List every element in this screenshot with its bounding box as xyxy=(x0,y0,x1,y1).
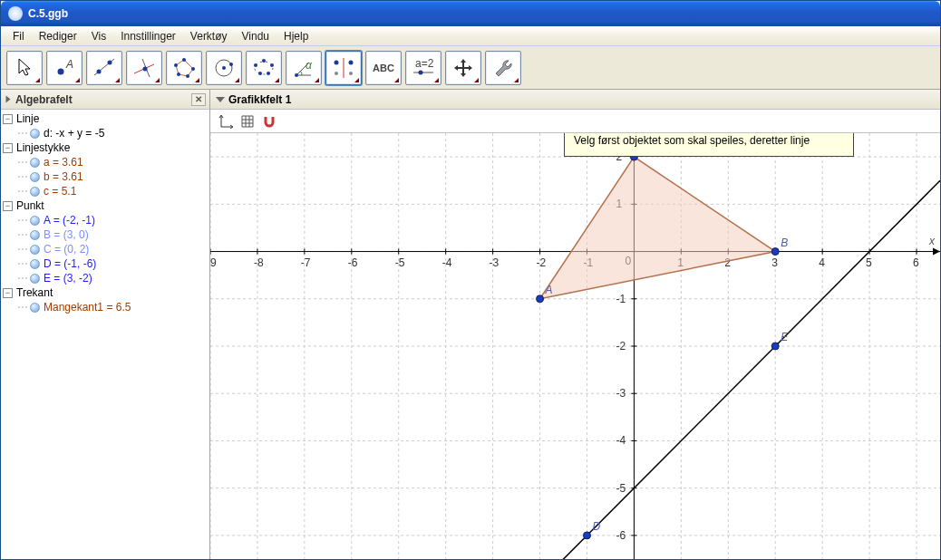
object-ball-icon[interactable] xyxy=(30,230,40,240)
plot-area[interactable]: Speil objekt om linje Velg først objekte… xyxy=(210,133,940,559)
svg-line-109 xyxy=(210,180,940,559)
point-icon: A xyxy=(53,57,75,79)
item-point-A[interactable]: A = (-2, -1) xyxy=(44,214,95,227)
tool-polygon[interactable] xyxy=(166,51,202,85)
tool-reflect[interactable] xyxy=(325,51,362,85)
dropdown-icon xyxy=(216,97,225,102)
tooltip-body: Velg først objektet som skal speiles, de… xyxy=(574,134,810,147)
group-point[interactable]: Punkt xyxy=(16,199,44,212)
svg-point-7 xyxy=(143,66,148,71)
circle-icon xyxy=(211,55,237,81)
object-ball-icon[interactable] xyxy=(30,187,40,197)
item-point-E[interactable]: E = (3, -2) xyxy=(44,272,92,285)
svg-point-117 xyxy=(583,532,590,539)
menu-hjelp[interactable]: Hjelp xyxy=(277,28,315,44)
menu-vis[interactable]: Vis xyxy=(85,28,112,44)
expand-icon[interactable]: − xyxy=(3,288,13,298)
group-triangle[interactable]: Trekant xyxy=(16,286,53,299)
move-view-icon xyxy=(452,57,474,79)
group-segment[interactable]: Linjestykke xyxy=(16,141,70,154)
close-pane-button[interactable]: ✕ xyxy=(191,93,206,106)
slider-icon: a=2 xyxy=(410,58,437,78)
object-ball-icon[interactable] xyxy=(30,303,40,313)
grid-icon xyxy=(240,114,255,129)
svg-point-20 xyxy=(258,72,262,75)
tool-custom[interactable] xyxy=(485,51,521,85)
item-segment-b[interactable]: b = 3.61 xyxy=(44,170,83,183)
svg-text:-5: -5 xyxy=(395,256,405,269)
svg-point-10 xyxy=(191,67,195,71)
menu-vindu[interactable]: Vindu xyxy=(236,28,276,44)
plot-canvas[interactable]: xy-9-8-7-6-5-4-3-2-10123456-6-5-4-3-2-11… xyxy=(210,133,940,559)
tool-text[interactable]: ABC xyxy=(365,51,402,85)
object-ball-icon[interactable] xyxy=(30,259,40,269)
svg-point-18 xyxy=(254,63,257,67)
wrench-icon xyxy=(492,57,514,79)
object-ball-icon[interactable] xyxy=(30,245,40,255)
tool-slider[interactable]: a=2 xyxy=(405,51,441,85)
item-line-d[interactable]: d: -x + y = -5 xyxy=(44,127,104,140)
item-segment-a[interactable]: a = 3.61 xyxy=(44,156,83,169)
graphics-view: Grafikkfelt 1 Speil objekt om linje Velg… xyxy=(210,90,940,559)
expand-icon[interactable]: − xyxy=(3,143,13,153)
item-segment-c[interactable]: c = 5.1 xyxy=(44,185,76,198)
tool-angle[interactable]: α xyxy=(286,51,322,85)
algebra-title: Algebrafelt xyxy=(15,93,73,106)
object-ball-icon[interactable] xyxy=(30,274,40,284)
arrow-cursor-icon xyxy=(15,57,34,79)
tool-conic[interactable] xyxy=(246,51,282,85)
svg-point-9 xyxy=(182,58,186,62)
expand-icon[interactable]: − xyxy=(3,201,13,211)
axes-toggle-button[interactable] xyxy=(216,112,236,130)
svg-point-27 xyxy=(349,60,354,64)
svg-text:6: 6 xyxy=(913,256,919,269)
object-ball-icon[interactable] xyxy=(30,172,40,182)
svg-text:-9: -9 xyxy=(210,256,217,269)
svg-point-21 xyxy=(267,72,270,75)
snap-button[interactable] xyxy=(259,112,279,130)
tool-point[interactable]: A xyxy=(46,51,82,85)
graphics-stylebar xyxy=(210,110,940,133)
svg-point-13 xyxy=(174,63,178,67)
tool-tooltip: Speil objekt om linje Velg først objekte… xyxy=(564,133,854,157)
svg-point-15 xyxy=(222,66,226,70)
object-ball-icon[interactable] xyxy=(30,158,40,168)
item-point-B[interactable]: B = (3, 0) xyxy=(44,228,89,241)
object-ball-icon[interactable] xyxy=(30,216,40,226)
algebra-header[interactable]: Algebrafelt ✕ xyxy=(1,90,209,110)
tool-perpendicular[interactable] xyxy=(126,51,162,85)
svg-text:-3: -3 xyxy=(616,387,626,400)
menu-fil[interactable]: Fil xyxy=(6,28,31,44)
conic-icon xyxy=(251,55,276,81)
svg-point-111 xyxy=(537,295,544,303)
tool-circle[interactable] xyxy=(206,51,242,85)
svg-point-16 xyxy=(229,63,233,66)
tool-move-view[interactable] xyxy=(445,51,481,85)
tool-move[interactable] xyxy=(6,51,43,85)
group-line[interactable]: Linje xyxy=(16,112,39,125)
item-point-D[interactable]: D = (-1, -6) xyxy=(44,257,96,270)
svg-point-3 xyxy=(97,69,102,73)
tool-line[interactable] xyxy=(86,51,122,85)
graphics-header[interactable]: Grafikkfelt 1 xyxy=(210,90,940,110)
svg-text:-8: -8 xyxy=(254,256,264,269)
menu-verktoy[interactable]: Verktøy xyxy=(184,28,234,44)
menu-rediger[interactable]: Rediger xyxy=(33,28,83,44)
svg-text:-2: -2 xyxy=(616,340,626,352)
titlebar[interactable]: C.5.ggb xyxy=(1,1,940,26)
object-ball-icon[interactable] xyxy=(30,129,40,139)
svg-point-12 xyxy=(177,72,180,76)
svg-point-0 xyxy=(58,68,64,74)
svg-text:-5: -5 xyxy=(616,482,626,495)
expand-icon[interactable]: − xyxy=(3,114,13,124)
item-point-C[interactable]: C = (0, 2) xyxy=(44,243,89,256)
item-poly[interactable]: Mangekant1 = 6.5 xyxy=(44,301,131,314)
grid-toggle-button[interactable] xyxy=(238,112,257,130)
line-icon xyxy=(92,55,117,81)
stylebar-menu[interactable] xyxy=(281,112,292,130)
svg-point-29 xyxy=(349,72,353,75)
svg-text:a=2: a=2 xyxy=(415,58,434,70)
svg-text:5: 5 xyxy=(866,256,872,269)
menu-innstillinger[interactable]: Innstillinger xyxy=(114,28,182,44)
svg-text:-7: -7 xyxy=(301,256,311,269)
